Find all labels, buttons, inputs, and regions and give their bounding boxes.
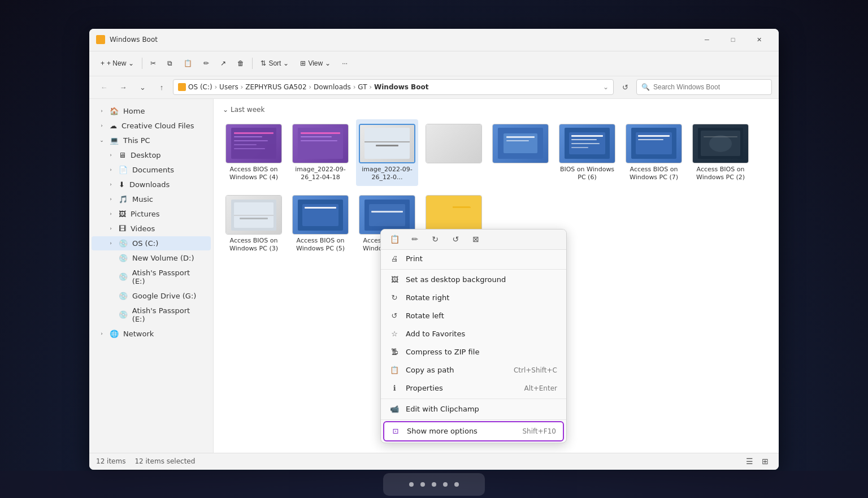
history-button[interactable]: ⌄	[134, 79, 150, 95]
svg-rect-15	[506, 136, 535, 138]
file-item-1[interactable]: Access BIOS on Windows PC (4)	[223, 119, 285, 187]
ctx-print-icon: 🖨	[390, 254, 399, 263]
ctx-item-copy-path[interactable]: 📋 Copy as path Ctrl+Shift+C	[381, 361, 566, 379]
ctx-item-compress-zip[interactable]: 🗜 Compress to ZIP file	[381, 343, 566, 361]
context-menu[interactable]: 📋 ✏ ↻ ↺ ⊠ 🖨 Print 🖼 S	[380, 229, 567, 443]
sort-button[interactable]: ⇅ Sort ⌄	[256, 57, 293, 70]
sidebar-chevron-thispc: ⌄	[98, 137, 105, 144]
sidebar-item-music[interactable]: › 🎵 Music	[92, 192, 211, 206]
ctx-mini-icon-rename[interactable]: ✏	[408, 232, 422, 246]
new-volume-icon: 💿	[119, 254, 128, 262]
file-thumb-5	[492, 124, 549, 163]
forward-button[interactable]: →	[115, 79, 131, 95]
ctx-properties-label: Properties	[406, 384, 517, 392]
grid-view-button[interactable]: ⊞	[758, 454, 772, 468]
sidebar-label-os-c: OS (C:)	[132, 239, 158, 248]
new-button[interactable]: + + New ⌄	[96, 57, 138, 70]
sidebar-item-new-volume[interactable]: › 💿 New Volume (D:)	[92, 251, 211, 265]
delete-button[interactable]: 🗑	[233, 57, 249, 70]
search-input[interactable]	[653, 83, 767, 91]
ctx-item-rotate-left[interactable]: ↺ Rotate left	[381, 307, 566, 325]
ctx-item-print[interactable]: 🖨 Print	[381, 250, 566, 268]
sidebar-item-downloads[interactable]: › ⬇ Downloads	[92, 177, 211, 192]
file-item-10[interactable]: Access BIOS on Windows PC (5)	[289, 190, 351, 258]
ctx-item-clipchamp[interactable]: 📹 Edit with Clipchamp	[381, 400, 566, 418]
sidebar-item-pictures[interactable]: › 🖼 Pictures	[92, 207, 211, 221]
file-item-4[interactable]	[423, 119, 485, 187]
ctx-rotate-right-label: Rotate right	[406, 293, 557, 302]
search-box[interactable]: 🔍	[636, 79, 772, 95]
share-button[interactable]: ↗	[216, 57, 231, 70]
ctx-copypath-shortcut: Ctrl+Shift+C	[514, 366, 557, 374]
ctx-favorites-icon: ☆	[390, 330, 399, 339]
ctx-mini-icon-delete[interactable]: ⊠	[469, 232, 483, 246]
file-item-2[interactable]: image_2022-09-26_12-04-18	[289, 119, 351, 187]
sidebar-item-videos[interactable]: › 🎞 Videos	[92, 222, 211, 236]
taskbar-dot-2	[420, 482, 425, 487]
sidebar-chevron-desktop: ›	[107, 151, 114, 158]
file-name-9: Access BIOS on Windows PC (3)	[225, 237, 283, 253]
copy-button[interactable]: ⧉	[163, 57, 177, 70]
file-thumb-7	[626, 124, 682, 163]
breadcrumb-expand-icon[interactable]: ⌄	[603, 83, 609, 91]
sidebar-item-network[interactable]: › 🌐 Network	[92, 327, 211, 341]
ctx-item-add-favorites[interactable]: ☆ Add to Favorites	[381, 325, 566, 343]
new-chevron: ⌄	[128, 59, 134, 67]
up-button[interactable]: ↑	[154, 79, 170, 95]
sidebar-item-desktop[interactable]: › 🖥 Desktop	[92, 148, 211, 162]
refresh-button[interactable]: ↺	[617, 79, 633, 95]
taskbar-dot-4	[443, 482, 448, 487]
file-item-3[interactable]: image_2022-09-26_12-0...	[356, 119, 418, 187]
file-item-5[interactable]	[489, 119, 552, 187]
minimize-button[interactable]: ─	[694, 31, 720, 49]
file-thumb-3	[359, 124, 415, 163]
file-thumb-4	[426, 124, 482, 163]
sidebar-item-atish-e2[interactable]: › 💿 Atish's Passport (E:)	[92, 304, 211, 326]
svg-rect-4	[234, 144, 257, 145]
pictures-icon: 🖼	[119, 210, 126, 218]
ctx-item-rotate-right[interactable]: ↻ Rotate right	[381, 289, 566, 307]
network-icon: 🌐	[110, 330, 119, 338]
address-bar: ← → ⌄ ↑ OS (C:) › Users › ZEPHYRUS GA502…	[89, 76, 779, 99]
svg-rect-3	[234, 140, 268, 141]
file-item-6[interactable]: BIOS on Windows PC (6)	[556, 119, 618, 187]
ctx-item-properties[interactable]: ℹ Properties Alt+Enter	[381, 379, 566, 397]
ctx-mini-icon-rotate2[interactable]: ↺	[449, 232, 462, 246]
svg-rect-25	[638, 135, 670, 137]
close-button[interactable]: ✕	[746, 31, 772, 49]
sidebar-chevron-net: ›	[98, 330, 105, 337]
sidebar-item-google-drive[interactable]: › 💿 Google Drive (G:)	[92, 289, 211, 303]
ctx-item-set-bg[interactable]: 🖼 Set as desktop background	[381, 271, 566, 289]
sort-label: Sort	[268, 59, 281, 67]
breadcrumb[interactable]: OS (C:) › Users › ZEPHYRUS GA502 › Downl…	[173, 79, 614, 95]
ctx-mini-icon-copy[interactable]: 📋	[388, 232, 401, 246]
file-item-8[interactable]: Access BIOS on Windows PC (2)	[689, 119, 752, 187]
ctx-mini-icon-rotate1[interactable]: ↻	[428, 232, 442, 246]
file-explorer-window: Windows Boot ─ □ ✕ + + New ⌄ ✂ ⧉ 📋 ✏ ↗	[89, 29, 779, 470]
documents-icon: 📄	[119, 166, 128, 174]
rename-button[interactable]: ✏	[199, 57, 214, 70]
sidebar-item-creative-cloud[interactable]: › ☁ Creative Cloud Files	[92, 119, 211, 133]
file-item-9[interactable]: Access BIOS on Windows PC (3)	[223, 190, 285, 258]
sidebar-item-home[interactable]: › 🏠 Home	[92, 104, 211, 118]
paste-button[interactable]: 📋	[179, 57, 197, 70]
sidebar-item-this-pc[interactable]: ⌄ 💻 This PC	[92, 133, 211, 148]
atish-e1-icon: 💿	[119, 272, 128, 281]
new-plus-icon: +	[101, 59, 105, 67]
list-view-button[interactable]: ☰	[743, 454, 756, 468]
view-button[interactable]: ⊞ View ⌄	[296, 57, 335, 70]
sidebar-item-atish-e1[interactable]: › 💿 Atish's Passport (E:)	[92, 266, 211, 288]
cut-button[interactable]: ✂	[146, 57, 160, 70]
view-label: View	[308, 59, 323, 67]
sidebar-label-home: Home	[123, 107, 145, 115]
ctx-copypath-icon: 📋	[390, 366, 399, 375]
sidebar-item-documents[interactable]: › 📄 Documents	[92, 163, 211, 177]
maximize-button[interactable]: □	[720, 31, 746, 49]
file-item-7[interactable]: Access BIOS on Windows PC (7)	[623, 119, 685, 187]
file-thumb-6	[559, 124, 615, 163]
sidebar-item-os-c[interactable]: › 💿 OS (C:)	[92, 236, 211, 250]
more-button[interactable]: ···	[337, 57, 352, 70]
search-icon: 🔍	[641, 83, 650, 91]
back-button[interactable]: ←	[96, 79, 112, 95]
ctx-item-show-more[interactable]: ⊡ Show more options Shift+F10	[383, 421, 564, 441]
